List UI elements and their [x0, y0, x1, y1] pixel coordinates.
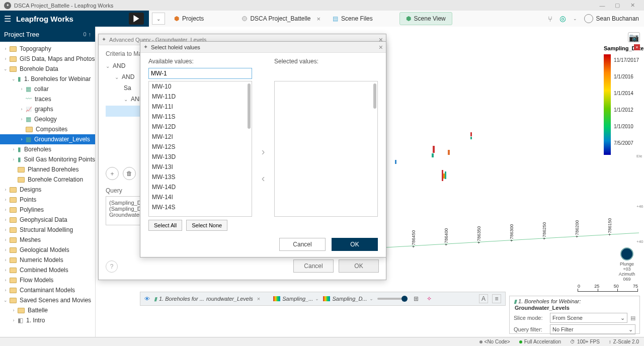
list-item[interactable]: MW-11D — [149, 92, 252, 102]
chevron-icon[interactable]: ⌄ — [3, 298, 8, 303]
tree-node[interactable]: ⌄Borehole Data — [0, 64, 95, 74]
tree-node[interactable]: ›Meshes — [0, 235, 95, 245]
tree-node[interactable]: ›Battelle — [0, 305, 95, 315]
tree-node[interactable]: ›◧1. Intro — [0, 315, 95, 325]
chevron-icon[interactable]: › — [3, 278, 8, 283]
chevron-icon[interactable]: › — [3, 247, 8, 252]
tree-node[interactable]: ›▮Soil Gas Monitoring Points — [0, 154, 95, 164]
list-item[interactable]: MW-12S — [149, 142, 252, 152]
tree-node[interactable]: ›Geological Models — [0, 245, 95, 255]
tree-node[interactable]: Borehole Correlation — [0, 175, 95, 185]
tree-node[interactable]: ⌄Saved Scenes and Movies — [0, 295, 95, 305]
tree-node[interactable]: ›Polylines — [0, 205, 95, 215]
chip1-close[interactable]: × — [257, 296, 260, 302]
sv-select-none[interactable]: Select None — [186, 220, 227, 231]
list-item[interactable]: MW-12D — [149, 122, 252, 132]
window-maximize[interactable]: ▢ — [610, 2, 625, 9]
props-slice-extra[interactable]: ▤ — [630, 315, 635, 321]
tab-project[interactable]: DSCA Project_Battelle × — [236, 11, 327, 27]
tab-scene-view[interactable]: ⬢ Scene View — [399, 12, 452, 25]
tree-node[interactable]: ›Contaminant Models — [0, 285, 95, 295]
tree-node[interactable]: ›▦Geology — [0, 114, 95, 124]
list-item[interactable]: MW-14S — [149, 202, 252, 212]
sv-selected-list[interactable] — [274, 81, 378, 217]
sidebar-up-icon[interactable]: ↑ — [89, 31, 92, 37]
sync-dropdown[interactable]: ⌄ — [573, 16, 577, 21]
list-item[interactable]: MW-13I — [149, 162, 252, 172]
chevron-icon[interactable]: › — [3, 46, 8, 51]
sv-move-right[interactable]: › — [262, 146, 265, 157]
hamburger-menu[interactable]: ☰ — [0, 14, 15, 24]
window-minimize[interactable]: — — [595, 3, 610, 9]
tree-node[interactable]: ›📈graphs — [0, 104, 95, 114]
sv-search-input[interactable] — [148, 68, 252, 79]
chevron-icon[interactable]: › — [11, 157, 16, 162]
chip-sampling-d[interactable]: Sampling_D... ⌄ — [323, 296, 373, 302]
sv-scrollbar-right[interactable] — [373, 83, 376, 109]
sync-icon[interactable]: ◎ — [559, 14, 566, 23]
tree-node[interactable]: Composites — [0, 124, 95, 134]
project-tree[interactable]: ›Topography›GIS Data, Maps and Photos⌄Bo… — [0, 42, 95, 327]
sv-close[interactable]: × — [379, 43, 383, 51]
props-filter-select[interactable]: No Filter⌄ — [550, 324, 635, 334]
tool-list[interactable]: ≡ — [492, 294, 501, 303]
sv-move-left[interactable]: ‹ — [262, 172, 265, 184]
sv-scrollbar[interactable] — [248, 83, 251, 129]
tree-node[interactable]: ›Designs — [0, 185, 95, 195]
tab-scene-files[interactable]: ▤ Scene Files — [327, 11, 379, 27]
chevron-icon[interactable]: › — [3, 56, 8, 61]
chip-sampling[interactable]: Sampling_... ⌄ — [273, 296, 319, 302]
status-zscale[interactable]: ↕Z-Scale 2.0 — [609, 339, 639, 344]
tree-node[interactable]: ›Structural Modelling — [0, 225, 95, 235]
sv-title-bar[interactable]: ✦ Select holeid values × — [140, 42, 386, 53]
tree-node[interactable]: ›Flow Models — [0, 275, 95, 285]
branch-icon[interactable]: ⑂ — [548, 15, 552, 23]
tab-dropdown[interactable]: ⌄ — [152, 13, 165, 25]
chevron-icon[interactable]: › — [19, 117, 24, 122]
chevron-icon[interactable]: › — [3, 237, 8, 242]
aq-and-2[interactable]: AND — [122, 73, 134, 80]
chevron-icon[interactable]: › — [3, 257, 8, 263]
tab-project-close[interactable]: × — [316, 15, 320, 23]
props-slice-select[interactable]: From Scene⌄ — [550, 313, 627, 323]
tree-node[interactable]: ›GIS Data, Maps and Photos — [0, 54, 95, 64]
sv-select-all[interactable]: Select All — [148, 220, 182, 231]
tree-node[interactable]: ›▦collar — [0, 84, 95, 94]
chevron-icon[interactable]: › — [11, 147, 16, 152]
tree-node[interactable]: ›Numeric Models — [0, 255, 95, 265]
list-item[interactable]: MW-13D — [149, 152, 252, 162]
legend-close[interactable]: × — [634, 44, 640, 50]
chip-boreholes[interactable]: ▮ 1. Boreholes for ...roundwater_Levels — [154, 296, 253, 302]
camera-button[interactable]: 📷 — [628, 32, 640, 42]
chevron-icon[interactable]: ⌄ — [3, 66, 8, 71]
chevron-icon[interactable]: › — [3, 197, 8, 202]
visibility-toggle[interactable]: 👁 — [144, 296, 150, 302]
play-button[interactable] — [129, 13, 144, 25]
chevron-icon[interactable]: › — [3, 207, 8, 212]
sv-cancel-button[interactable]: Cancel — [279, 238, 326, 251]
sv-ok-button[interactable]: OK — [332, 238, 378, 251]
chevron-icon[interactable]: › — [11, 308, 16, 313]
chevron-icon[interactable]: › — [3, 288, 8, 293]
tab-projects[interactable]: ⬢ Projects — [168, 11, 210, 27]
list-item[interactable]: MW-13S — [149, 172, 252, 182]
tree-node[interactable]: ›▮Boreholes — [0, 144, 95, 154]
user-menu[interactable]: Sean Buchanan — [584, 14, 639, 23]
chevron-icon[interactable]: › — [3, 187, 8, 192]
tree-node[interactable]: 〰traces — [0, 94, 95, 104]
aq-delete-button[interactable]: 🗑 — [123, 167, 136, 180]
window-close[interactable]: ✕ — [625, 2, 640, 9]
chevron-icon[interactable]: ⌄ — [11, 76, 16, 81]
chevron-icon[interactable]: › — [19, 137, 24, 142]
list-item[interactable]: MW-12I — [149, 132, 252, 142]
tree-node[interactable]: Planned Boreholes — [0, 164, 95, 175]
aq-help-button[interactable]: ? — [106, 261, 118, 273]
tree-node[interactable]: ›Geophysical Data — [0, 215, 95, 225]
sv-available-list[interactable]: MW-10MW-11DMW-11IMW-11SMW-12DMW-12IMW-12… — [148, 81, 252, 217]
chevron-icon[interactable]: › — [3, 227, 8, 232]
list-item[interactable]: MW-10 — [149, 81, 252, 92]
tree-node[interactable]: ›▦Groundwater_Levels — [0, 134, 95, 144]
tree-node[interactable]: ›Combined Models — [0, 265, 95, 275]
aq-and-1[interactable]: AND — [113, 62, 125, 69]
aq-add-button[interactable]: ＋ — [106, 167, 119, 180]
